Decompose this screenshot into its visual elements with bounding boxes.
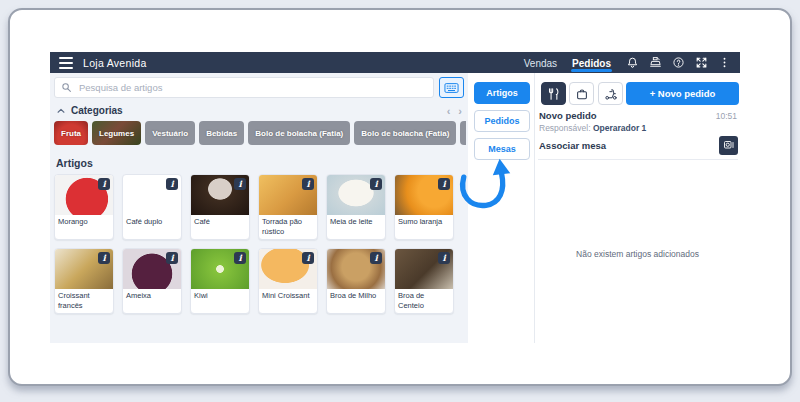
info-icon[interactable]: i: [302, 252, 314, 264]
article-label: Croissant francês: [55, 289, 113, 313]
fork-knife-icon: [547, 87, 561, 101]
catalogue-area: Categorias ‹ › FrutaLegumesVestuárioBebi…: [50, 73, 468, 343]
order-time: 10:51: [716, 111, 737, 121]
article-label: Meia de leite: [327, 215, 385, 229]
kebab-menu-icon[interactable]: [718, 56, 731, 69]
new-order-button[interactable]: + Novo pedido: [626, 82, 739, 105]
info-icon[interactable]: i: [234, 178, 246, 190]
category-chip[interactable]: Categoria Exemplo: [460, 121, 466, 145]
article-label: Broa de Milho: [327, 289, 385, 303]
article-label: Mini Croissant: [259, 289, 317, 303]
store-title: Loja Avenida: [83, 57, 147, 69]
scooter-icon: [604, 87, 618, 101]
chevron-right-icon[interactable]: ›: [458, 106, 462, 116]
article-label: Sumo laranja: [395, 215, 453, 229]
categories-header: Categorias ‹ ›: [56, 103, 462, 118]
associate-table-button[interactable]: [719, 136, 738, 155]
info-icon[interactable]: i: [438, 252, 450, 264]
article-card[interactable]: iKiwi: [190, 248, 250, 314]
bag-icon: [575, 87, 589, 101]
navbar-tabs: VendasPedidos: [523, 55, 612, 71]
article-card[interactable]: iCafé duplo: [122, 174, 182, 240]
nav-tab-vendas[interactable]: Vendas: [523, 55, 558, 71]
info-icon[interactable]: i: [166, 252, 178, 264]
navbar-icons: [626, 56, 731, 69]
search-input[interactable]: [77, 81, 427, 94]
empty-order-message: Não existem artigos adicionados: [535, 249, 740, 259]
article-card[interactable]: iBroa de Centeio: [394, 248, 454, 314]
article-card[interactable]: iCafé: [190, 174, 250, 240]
article-card[interactable]: iBroa de Milho: [326, 248, 386, 314]
fullscreen-icon[interactable]: [695, 56, 708, 69]
category-chip[interactable]: Bolo de bolacha (Fatia): [248, 121, 350, 145]
article-label: Kiwi: [191, 289, 249, 303]
article-label: Morango: [55, 215, 113, 229]
info-icon[interactable]: i: [438, 178, 450, 190]
category-chip[interactable]: Fruta: [54, 121, 88, 145]
article-card[interactable]: iTorrada pão rústico: [258, 174, 318, 240]
associate-table-label: Associar mesa: [539, 140, 606, 151]
categories-title: Categorias: [71, 105, 123, 116]
info-icon[interactable]: i: [370, 252, 382, 264]
article-label: Ameixa: [123, 289, 181, 303]
article-label: Café duplo: [123, 215, 181, 229]
article-card[interactable]: iMini Croissant: [258, 248, 318, 314]
associate-table-icon: [723, 139, 735, 151]
article-card[interactable]: iMorango: [54, 174, 114, 240]
cash-register-icon[interactable]: [649, 56, 662, 69]
article-label: Torrada pão rústico: [259, 215, 317, 239]
article-card[interactable]: iMeia de leite: [326, 174, 386, 240]
article-card[interactable]: iCroissant francês: [54, 248, 114, 314]
category-chip[interactable]: Bebidas: [199, 121, 244, 145]
search-icon: [61, 79, 72, 97]
articles-title: Artigos: [56, 157, 93, 169]
info-icon[interactable]: i: [302, 178, 314, 190]
article-grid: iMorangoiCafé duploiCaféiTorrada pão rús…: [54, 174, 454, 314]
chevron-left-icon[interactable]: ‹: [447, 106, 451, 116]
article-label: Café: [191, 215, 249, 229]
side-tab-pedidos[interactable]: Pedidos: [474, 110, 530, 132]
category-chip[interactable]: Bolo de bolacha (Fatia): [354, 121, 456, 145]
article-label: Broa de Centeio: [395, 289, 453, 313]
nav-tab-pedidos[interactable]: Pedidos: [571, 55, 612, 71]
help-icon[interactable]: [672, 56, 685, 69]
category-chip[interactable]: Vestuário: [145, 121, 195, 145]
side-tab-mesas[interactable]: Mesas: [474, 138, 530, 160]
dine-in-mode-button[interactable]: [541, 82, 566, 105]
info-icon[interactable]: i: [234, 252, 246, 264]
chevron-up-icon[interactable]: [56, 106, 66, 116]
article-card[interactable]: iAmeixa: [122, 248, 182, 314]
responsible-name: Operarador 1: [593, 123, 646, 133]
category-chip-list: FrutaLegumesVestuárioBebidasBolo de bola…: [54, 121, 466, 146]
hamburger-menu-icon[interactable]: [59, 57, 73, 69]
top-navbar: Loja Avenida VendasPedidos: [50, 52, 740, 73]
search-bar[interactable]: [54, 77, 434, 98]
side-tab-artigos[interactable]: Artigos: [474, 82, 530, 104]
category-chip[interactable]: Legumes: [92, 121, 141, 145]
divider: [538, 159, 738, 160]
order-title: Novo pedido: [539, 110, 597, 121]
order-panel: + Novo pedido Novo pedido 10:51 Responsá…: [534, 73, 740, 343]
info-icon[interactable]: i: [98, 178, 110, 190]
article-card[interactable]: iSumo laranja: [394, 174, 454, 240]
order-responsible: Responsável: Operarador 1: [539, 123, 646, 133]
delivery-mode-button[interactable]: [598, 82, 623, 105]
info-icon[interactable]: i: [166, 178, 178, 190]
takeaway-mode-button[interactable]: [569, 82, 594, 105]
keyboard-toggle-button[interactable]: [439, 77, 464, 98]
info-icon[interactable]: i: [98, 252, 110, 264]
bell-icon[interactable]: [626, 56, 639, 69]
info-icon[interactable]: i: [370, 178, 382, 190]
